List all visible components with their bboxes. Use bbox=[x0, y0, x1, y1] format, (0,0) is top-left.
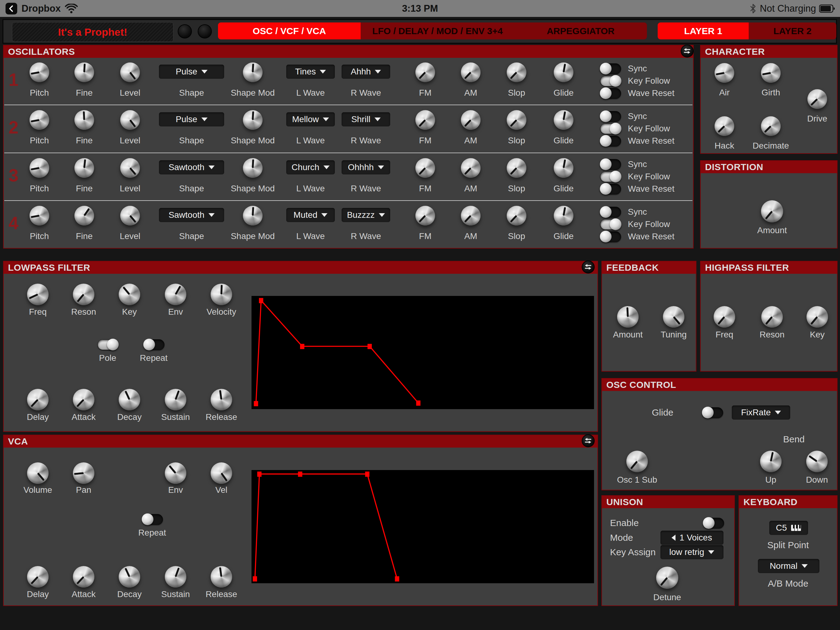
lowpass-copy-swap-button[interactable] bbox=[582, 261, 595, 274]
unison-detune-knob[interactable] bbox=[656, 567, 678, 589]
osc3-pitch-knob[interactable] bbox=[30, 158, 49, 178]
lowpass-env-sustain-knob[interactable] bbox=[165, 389, 186, 410]
lowpass-pole-toggle[interactable] bbox=[98, 339, 118, 350]
lowpass-env-knob[interactable] bbox=[165, 283, 186, 305]
vca-env-attack-knob[interactable] bbox=[73, 566, 95, 587]
osc4-glide-knob[interactable] bbox=[554, 206, 573, 225]
tab-lfo-delay-mod-env[interactable]: LFO / DELAY / MOD / ENV 3+4 bbox=[361, 22, 515, 40]
character-decimate-knob[interactable] bbox=[761, 116, 781, 136]
osc2-level-knob[interactable] bbox=[120, 110, 140, 130]
vca-vel-knob[interactable] bbox=[211, 462, 232, 484]
osc4-shape-mod-knob[interactable] bbox=[243, 206, 262, 225]
unison-mode-dropdown[interactable]: 1 Voices bbox=[660, 531, 723, 545]
osc2-am-knob[interactable] bbox=[461, 110, 481, 130]
osc4-key-follow-toggle[interactable] bbox=[600, 219, 621, 230]
highpass-key-knob[interactable] bbox=[807, 306, 828, 328]
osc4-shape-dropdown[interactable]: Sawtooth bbox=[159, 208, 224, 222]
osc1-l-wave-dropdown[interactable]: Tines bbox=[286, 65, 335, 79]
osc2-fm-knob[interactable] bbox=[415, 110, 435, 130]
feedback-tuning-knob[interactable] bbox=[663, 306, 684, 328]
lowpass-key-knob[interactable] bbox=[119, 283, 140, 305]
osc3-sync-toggle[interactable] bbox=[600, 159, 621, 170]
osc3-level-knob[interactable] bbox=[120, 158, 140, 178]
vca-env-release-knob[interactable] bbox=[211, 566, 232, 587]
osc1-slop-knob[interactable] bbox=[507, 62, 526, 82]
lowpass-freq-knob[interactable] bbox=[27, 283, 49, 305]
unison-enable-toggle[interactable] bbox=[703, 518, 724, 529]
osc1-fine-knob[interactable] bbox=[74, 62, 94, 82]
lowpass-env-decay-knob[interactable] bbox=[119, 389, 140, 410]
oscillators-copy-swap-button[interactable] bbox=[681, 44, 694, 57]
osc2-shape-mod-knob[interactable] bbox=[243, 110, 262, 130]
osc3-slop-knob[interactable] bbox=[507, 158, 526, 178]
osc4-wave-reset-toggle[interactable] bbox=[600, 231, 621, 242]
character-girth-knob[interactable] bbox=[761, 63, 781, 83]
highpass-freq-knob[interactable] bbox=[714, 306, 735, 328]
osc4-level-knob[interactable] bbox=[120, 206, 140, 225]
osc4-l-wave-dropdown[interactable]: Muted bbox=[286, 208, 335, 222]
osc1-am-knob[interactable] bbox=[461, 62, 481, 82]
osc4-slop-knob[interactable] bbox=[507, 206, 526, 225]
lowpass-reson-knob[interactable] bbox=[73, 283, 95, 305]
osc1-shape-dropdown[interactable]: Pulse bbox=[159, 65, 224, 79]
tab-layer-2[interactable]: LAYER 2 bbox=[749, 22, 836, 40]
character-drive-knob[interactable] bbox=[807, 89, 827, 109]
preset-prev-swap-button[interactable] bbox=[178, 24, 192, 38]
vca-volume-knob[interactable] bbox=[27, 462, 49, 484]
lowpass-env-release-knob[interactable] bbox=[211, 389, 232, 410]
vca-env-decay-knob[interactable] bbox=[119, 566, 140, 587]
feedback-amount-knob[interactable] bbox=[617, 306, 639, 328]
vca-copy-swap-button[interactable] bbox=[582, 434, 595, 447]
osc3-l-wave-dropdown[interactable]: Church bbox=[286, 160, 335, 174]
osc2-wave-reset-toggle[interactable] bbox=[600, 136, 621, 146]
osc2-glide-knob[interactable] bbox=[554, 110, 573, 130]
osc1-pitch-knob[interactable] bbox=[30, 62, 49, 82]
tab-osc-vcf-vca[interactable]: OSC / VCF / VCA bbox=[218, 22, 361, 40]
osc4-sync-toggle[interactable] bbox=[600, 207, 621, 217]
osc1-wave-reset-toggle[interactable] bbox=[600, 88, 621, 99]
keyboard-mode-dropdown[interactable]: Normal bbox=[758, 559, 819, 573]
osc2-pitch-knob[interactable] bbox=[30, 110, 49, 130]
vca-envelope-graph[interactable] bbox=[251, 470, 594, 583]
osc1-r-wave-dropdown[interactable]: Ahhh bbox=[342, 65, 390, 79]
osc-control-up-knob[interactable] bbox=[760, 451, 782, 472]
osc3-r-wave-dropdown[interactable]: Ohhhh bbox=[342, 160, 390, 174]
osc3-fm-knob[interactable] bbox=[415, 158, 435, 178]
osc4-fine-knob[interactable] bbox=[74, 206, 94, 225]
lowpass-env-attack-knob[interactable] bbox=[73, 389, 95, 410]
vca-env-delay-knob[interactable] bbox=[27, 566, 49, 587]
highpass-reson-knob[interactable] bbox=[761, 306, 783, 328]
osc1-level-knob[interactable] bbox=[120, 62, 140, 82]
osc2-key-follow-toggle[interactable] bbox=[600, 123, 621, 134]
osc-control-glide-toggle[interactable] bbox=[702, 407, 723, 418]
osc3-shape-mod-knob[interactable] bbox=[243, 158, 262, 178]
osc4-pitch-knob[interactable] bbox=[30, 206, 49, 225]
osc1-shape-mod-knob[interactable] bbox=[243, 62, 262, 82]
vca-pan-knob[interactable] bbox=[73, 462, 95, 484]
osc1-glide-knob[interactable] bbox=[554, 62, 573, 82]
osc4-fm-knob[interactable] bbox=[415, 206, 435, 225]
osc3-fine-knob[interactable] bbox=[74, 158, 94, 178]
character-air-knob[interactable] bbox=[715, 63, 734, 83]
osc1-fm-knob[interactable] bbox=[415, 62, 435, 82]
osc3-key-follow-toggle[interactable] bbox=[600, 171, 621, 182]
osc1-key-follow-toggle[interactable] bbox=[600, 76, 621, 86]
vca-repeat-toggle[interactable] bbox=[142, 514, 163, 525]
osc-control-down-knob[interactable] bbox=[806, 451, 828, 472]
osc4-am-knob[interactable] bbox=[461, 206, 481, 225]
preset-name-display[interactable]: It's a Prophet! bbox=[12, 22, 174, 42]
lowpass-repeat-toggle[interactable] bbox=[144, 339, 164, 350]
osc2-sync-toggle[interactable] bbox=[600, 111, 621, 122]
distortion-amount-knob[interactable] bbox=[761, 200, 783, 222]
lowpass-velocity-knob[interactable] bbox=[211, 283, 232, 305]
preset-next-swap-button[interactable] bbox=[198, 24, 212, 38]
tab-layer-1[interactable]: LAYER 1 bbox=[658, 22, 749, 40]
vca-env-knob[interactable] bbox=[165, 462, 186, 484]
osc4-r-wave-dropdown[interactable]: Buzzzz bbox=[342, 208, 390, 222]
osc3-shape-dropdown[interactable]: Sawtooth bbox=[159, 160, 224, 174]
unison-key-assign-dropdown[interactable]: low retrig bbox=[660, 545, 723, 559]
character-hack-knob[interactable] bbox=[715, 116, 734, 136]
osc1-sync-toggle[interactable] bbox=[600, 63, 621, 74]
osc-control-rate-dropdown[interactable]: FixRate bbox=[732, 405, 790, 419]
vca-env-sustain-knob[interactable] bbox=[165, 566, 186, 587]
